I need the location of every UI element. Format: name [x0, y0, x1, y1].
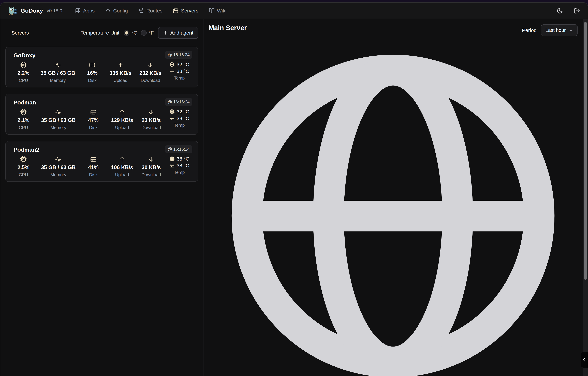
disk-value: 47% [88, 117, 99, 123]
memory-value: 35 GB / 63 GB [41, 164, 76, 170]
download-label: Download [141, 172, 161, 178]
stat-cpu: 2.1% CPU [14, 109, 33, 130]
disk-label: Disk [88, 78, 96, 83]
download-label: Download [141, 125, 161, 130]
nav-item-wiki[interactable]: Wiki [209, 8, 226, 14]
fahrenheit-radio[interactable]: °F [141, 30, 154, 36]
cpu-chip-icon [170, 109, 175, 114]
stat-download: 232 KB/s Download [139, 62, 161, 83]
nav-item-config[interactable]: Config [105, 8, 128, 14]
route-icon [138, 8, 144, 14]
stat-download: 23 KB/s Download [141, 109, 161, 130]
memory-label: Memory [50, 172, 66, 178]
servers-panel-title: Servers [11, 30, 29, 36]
chevron-left-icon [582, 357, 587, 362]
server-name: Podman [13, 99, 36, 106]
hard-drive-icon [90, 156, 97, 163]
stat-temp: 32 °C 38 °C Temp [170, 62, 189, 83]
disk-label: Disk [89, 125, 98, 130]
last-updated-badge: @ 16:16:24 [165, 98, 192, 106]
code-brackets-icon [105, 8, 111, 14]
stat-download: 30 KB/s Download [141, 156, 161, 178]
last-updated-badge: @ 16:16:24 [165, 145, 192, 153]
fahrenheit-label: °F [149, 30, 154, 36]
temperature-unit-radios: °C °F [124, 30, 154, 36]
brand-name: GoDoxy [21, 7, 43, 14]
moon-icon [557, 8, 563, 14]
logout-button[interactable] [574, 8, 580, 14]
server-card-godoxy[interactable]: GoDoxy @ 16:16:24 2.2% CPU 35 GB / 63 GB… [5, 47, 198, 87]
nav-label: Apps [83, 8, 95, 14]
disk-value: 41% [88, 164, 99, 170]
drawer-collapse-tab[interactable] [581, 352, 588, 368]
nav-item-routes[interactable]: Routes [138, 8, 162, 14]
disk-value: 16% [87, 70, 97, 76]
period-control: Period Last hour [522, 24, 577, 36]
cpu-label: CPU [19, 78, 28, 83]
logout-icon [574, 8, 580, 14]
stat-disk: 41% Disk [84, 156, 103, 178]
plus-icon [163, 30, 168, 35]
stat-cpu: 2.5% CPU [14, 156, 33, 178]
vertical-scrollbar[interactable] [583, 19, 588, 376]
stat-memory: 35 GB / 63 GB Memory [41, 109, 76, 130]
upload-arrow-icon [119, 156, 125, 163]
brand[interactable]: GoDoxy v0.18.0 [8, 6, 62, 16]
radio-dot [141, 30, 147, 36]
celsius-radio[interactable]: °C [124, 30, 137, 36]
cpu-chip-icon [20, 109, 27, 115]
nav-label: Config [113, 8, 128, 14]
nav-item-servers[interactable]: Servers [173, 8, 198, 14]
app-window: GoDoxy v0.18.0 Apps Config Routes Server… [0, 2, 588, 376]
memory-label: Memory [50, 78, 66, 83]
upload-value: 335 KB/s [109, 70, 131, 76]
download-arrow-icon [147, 62, 154, 68]
server-card-podman[interactable]: Podman @ 16:16:24 2.1% CPU 35 GB / 63 GB… [5, 94, 198, 135]
server-card-podman2[interactable]: Podman2 @ 16:16:24 2.5% CPU 35 GB / 63 G… [5, 141, 198, 182]
nav-item-apps[interactable]: Apps [75, 8, 95, 14]
activity-icon [55, 156, 62, 163]
memory-value: 35 GB / 63 GB [41, 117, 76, 123]
stat-temp: 38 °C 38 °C Temp [170, 156, 189, 178]
version-label: v0.18.0 [47, 8, 62, 13]
download-value: 30 KB/s [142, 164, 161, 170]
download-arrow-icon [148, 156, 155, 163]
cpu-chip-icon [170, 62, 175, 67]
stat-disk: 16% Disk [83, 62, 101, 83]
memory-label: Memory [50, 125, 66, 130]
cpu-temp-value: 32 °C [177, 62, 189, 67]
dark-mode-toggle[interactable] [557, 8, 563, 14]
apps-grid-icon [75, 8, 81, 14]
upload-label: Upload [115, 172, 129, 178]
hard-drive-icon [90, 109, 97, 115]
upload-value: 129 KB/s [111, 117, 133, 123]
add-agent-button[interactable]: Add agent [158, 27, 198, 39]
hard-drive-icon [170, 116, 175, 121]
nav-label: Routes [146, 8, 162, 14]
scrollbar-thumb[interactable] [584, 22, 587, 280]
upload-value: 106 KB/s [111, 164, 133, 170]
disk-label: Disk [89, 172, 98, 178]
server-name: GoDoxy [13, 52, 35, 59]
servers-panel: Servers Temperature Unit °C °F [0, 19, 203, 376]
temp-label: Temp [174, 75, 185, 81]
globe-icon [209, 32, 577, 376]
server-detail-panel: Main Server Period Last hour CPU Usage A… [203, 19, 588, 376]
cpu-temp-value: 38 °C [177, 156, 189, 162]
cpu-chip-icon [170, 156, 175, 162]
cpu-value: 2.5% [18, 164, 30, 170]
upload-label: Upload [113, 78, 127, 83]
disk-temp-value: 38 °C [177, 115, 189, 121]
nav-label: Servers [181, 8, 198, 14]
cpu-temp-value: 32 °C [177, 109, 189, 115]
cpu-value: 2.1% [18, 117, 30, 123]
period-select[interactable]: Last hour [541, 24, 577, 36]
download-label: Download [141, 78, 160, 83]
hard-drive-icon [170, 163, 175, 168]
nav-label: Wiki [217, 8, 226, 14]
cpu-label: CPU [19, 125, 28, 130]
upload-arrow-icon [119, 109, 125, 115]
stat-upload: 129 KB/s Upload [111, 109, 133, 130]
disk-temp-value: 38 °C [177, 68, 189, 74]
cpu-value: 2.2% [18, 70, 30, 76]
